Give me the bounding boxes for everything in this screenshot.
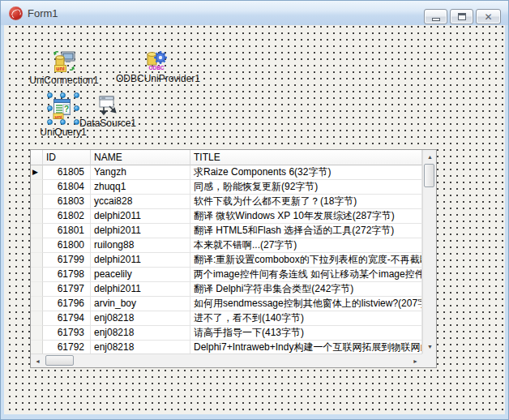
uniconnection-icon[interactable]: uni xyxy=(53,50,75,73)
cell-name[interactable]: enj08218 xyxy=(91,326,190,341)
cell-name[interactable]: enj08218 xyxy=(91,311,190,326)
close-icon: ✕ xyxy=(484,12,492,22)
uniquery-selection: ? uni xyxy=(47,92,79,125)
header-id[interactable]: ID xyxy=(43,150,91,165)
selection-handle[interactable] xyxy=(47,92,53,98)
svg-text:ODBC: ODBC xyxy=(148,65,164,71)
cell-title[interactable]: 本来就不错啊...(27字节) xyxy=(190,238,422,253)
vertical-scrollbar[interactable]: ▲ ▼ xyxy=(422,150,436,354)
table-row[interactable]: 61793enj08218请高手指导一下(413字节) xyxy=(31,326,422,341)
row-indicator xyxy=(31,238,43,253)
cell-id[interactable]: 61792 xyxy=(43,341,91,354)
header-indicator xyxy=(31,150,43,165)
title-bar[interactable]: Form1 ✕ xyxy=(1,1,508,25)
scroll-up-icon[interactable]: ▲ xyxy=(423,150,437,164)
scrollbar-corner xyxy=(422,354,436,367)
scroll-left-icon[interactable]: ◄ xyxy=(31,354,45,368)
table-row[interactable]: 61799delphi2011翻译:重新设置combobox的下拉列表框的宽度-… xyxy=(31,253,422,268)
maximize-button[interactable] xyxy=(450,9,473,24)
cell-title[interactable]: 求Raize Components 6(32字节) xyxy=(190,165,422,180)
cell-name[interactable]: enj08218 xyxy=(91,341,190,354)
cell-name[interactable]: zhuqq1 xyxy=(91,180,190,195)
cell-title[interactable]: 进不了，看不到(140字节) xyxy=(190,311,422,326)
cell-id[interactable]: 61796 xyxy=(43,297,91,311)
datasource-label: DataSource1 xyxy=(79,118,137,129)
cell-id[interactable]: 61794 xyxy=(43,311,91,326)
cell-id[interactable]: 61800 xyxy=(43,238,91,253)
cell-title[interactable]: 软件下载为什么都不更新了？(18字节) xyxy=(190,195,422,209)
cell-id[interactable]: 61805 xyxy=(43,165,91,180)
component-uniconnection[interactable]: uni UniConnection1 xyxy=(25,50,103,86)
row-indicator xyxy=(31,253,43,268)
table-row[interactable]: 61794enj08218进不了，看不到(140字节) xyxy=(31,311,422,326)
table-row[interactable]: 61803yccai828软件下载为什么都不更新了？(18字节) xyxy=(31,195,422,209)
component-odbcprovider[interactable]: ODBC ODBCUniProvider1 xyxy=(116,49,197,84)
table-row[interactable]: 61798peacelily两个image控件间有条连线 如何让移动某个imag… xyxy=(31,268,422,282)
form-window: Form1 ✕ xyxy=(0,0,509,420)
form-design-surface[interactable]: uni UniConnection1 xyxy=(4,25,505,414)
selection-handle[interactable] xyxy=(60,92,66,98)
uniconnection-label: UniConnection1 xyxy=(25,75,103,86)
cell-name[interactable]: Yangzh xyxy=(91,165,190,180)
cell-title[interactable]: 请高手指导一下(413字节) xyxy=(190,326,422,341)
cell-name[interactable]: delphi2011 xyxy=(91,209,190,224)
horizontal-scrollbar-thumb[interactable] xyxy=(45,355,74,366)
cell-id[interactable]: 61803 xyxy=(43,195,91,209)
row-indicator xyxy=(31,268,43,282)
cell-id[interactable]: 61801 xyxy=(43,224,91,238)
close-button[interactable]: ✕ xyxy=(476,9,501,24)
table-row[interactable]: 61797delphi2011翻译 Delphi字符串集合类型(242字节) xyxy=(31,282,422,297)
cell-title[interactable]: 翻译:重新设置combobox的下拉列表框的宽度-不再截断 xyxy=(190,253,422,268)
cell-title[interactable]: 如何用sendmessage控制其他窗体上的listview?(207字节) xyxy=(190,297,422,311)
horizontal-scrollbar[interactable]: ◄ ► xyxy=(31,354,422,367)
table-row[interactable]: 61804zhuqq1同感，盼能恢复更新(92字节) xyxy=(31,180,422,195)
cell-name[interactable]: peacelily xyxy=(91,268,190,282)
table-row[interactable]: 61796arvin_boy如何用sendmessage控制其他窗体上的list… xyxy=(31,297,422,311)
header-title[interactable]: TITLE xyxy=(190,150,422,165)
cell-id[interactable]: 61804 xyxy=(43,180,91,195)
cell-title[interactable]: Delphi7+Intraweb+Indy构建一个互联网拓展到物联网的 xyxy=(190,341,422,354)
header-name[interactable]: NAME xyxy=(91,150,190,165)
cell-name[interactable]: delphi2011 xyxy=(91,253,190,268)
cell-title[interactable]: 翻译 HTML5和Flash 选择合适的工具(272字节) xyxy=(190,224,422,238)
svg-text:uni: uni xyxy=(56,66,65,71)
cell-title[interactable]: 翻译 Delphi字符串集合类型(242字节) xyxy=(190,282,422,297)
cell-title[interactable]: 翻译 微软Windows XP 10年发展综述(287字节) xyxy=(190,209,422,224)
cell-name[interactable]: ruilong88 xyxy=(91,238,190,253)
odbcprovider-icon[interactable]: ODBC xyxy=(145,49,168,71)
scroll-down-icon[interactable]: ▼ xyxy=(423,340,437,354)
svg-text:uni: uni xyxy=(55,114,62,119)
datasource-icon[interactable] xyxy=(97,95,118,116)
table-row[interactable]: 61792enj08218Delphi7+Intraweb+Indy构建一个互联… xyxy=(31,341,422,354)
table-row[interactable]: 61800ruilong88本来就不错啊...(27字节) xyxy=(31,238,422,253)
uniquery-icon[interactable]: ? uni xyxy=(53,98,74,119)
minimize-button[interactable] xyxy=(424,9,447,24)
cell-id[interactable]: 61798 xyxy=(43,268,91,282)
selection-handle[interactable] xyxy=(60,119,66,125)
table-row[interactable]: 61801delphi2011翻译 HTML5和Flash 选择合适的工具(27… xyxy=(31,224,422,238)
cell-name[interactable]: arvin_boy xyxy=(91,297,190,311)
scroll-right-icon[interactable]: ► xyxy=(408,354,422,368)
selection-handle[interactable] xyxy=(47,105,53,111)
cell-id[interactable]: 61793 xyxy=(43,326,91,341)
cell-name[interactable]: delphi2011 xyxy=(91,224,190,238)
dbgrid[interactable]: ID NAME TITLE ▶61805Yangzh求Raize Compone… xyxy=(30,149,437,368)
cell-title[interactable]: 两个image控件间有条连线 如何让移动某个image控件时 xyxy=(190,268,422,282)
delphi-app-icon xyxy=(9,6,23,20)
minimize-icon xyxy=(432,18,440,21)
row-indicator xyxy=(31,311,43,326)
table-row[interactable]: 61802delphi2011翻译 微软Windows XP 10年发展综述(2… xyxy=(31,209,422,224)
cell-id[interactable]: 61802 xyxy=(43,209,91,224)
selection-handle[interactable] xyxy=(47,119,53,125)
row-indicator xyxy=(31,297,43,311)
cell-title[interactable]: 同感，盼能恢复更新(92字节) xyxy=(190,180,422,195)
cell-id[interactable]: 61797 xyxy=(43,282,91,297)
row-indicator xyxy=(31,282,43,297)
table-row[interactable]: ▶61805Yangzh求Raize Components 6(32字节) xyxy=(31,165,422,180)
cell-name[interactable]: yccai828 xyxy=(91,195,190,209)
odbcprovider-label: ODBCUniProvider1 xyxy=(116,73,197,84)
cell-name[interactable]: delphi2011 xyxy=(91,282,190,297)
vertical-scrollbar-thumb[interactable] xyxy=(424,164,434,187)
component-datasource[interactable]: DataSource1 xyxy=(79,95,137,129)
cell-id[interactable]: 61799 xyxy=(43,253,91,268)
